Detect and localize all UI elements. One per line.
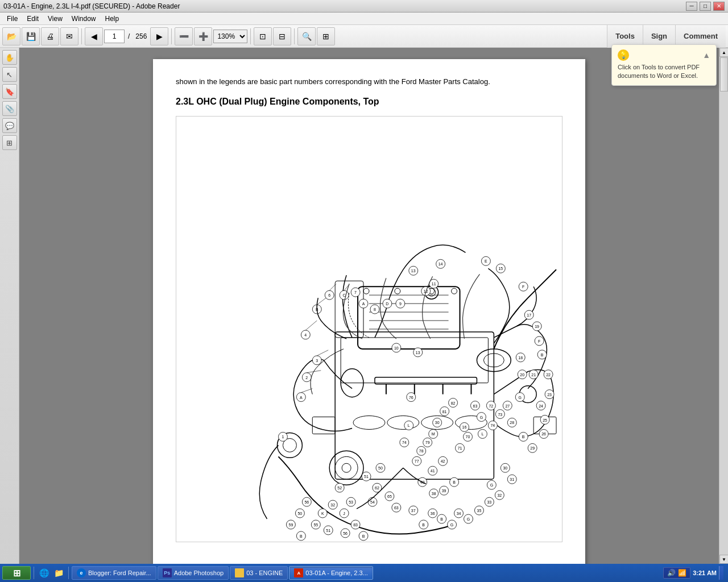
svg-text:F: F [522, 285, 524, 289]
taskbar-photoshop[interactable]: Ps Adobe Photoshop [158, 566, 229, 580]
svg-text:81: 81 [442, 409, 447, 413]
bookmark-tool[interactable]: 🔖 [2, 84, 17, 99]
svg-text:50: 50 [297, 512, 302, 516]
svg-text:19: 19 [535, 325, 539, 329]
show-desktop-button[interactable] [719, 566, 723, 580]
svg-text:30: 30 [503, 466, 507, 470]
svg-text:59: 59 [289, 522, 293, 526]
right-scrollbar[interactable]: ▲ ▼ [719, 48, 728, 564]
svg-text:26: 26 [541, 432, 546, 436]
layers-tool[interactable]: ⊞ [2, 135, 17, 150]
taskbar-ie-quick[interactable]: 🌐 [37, 566, 51, 580]
close-button[interactable]: ✕ [713, 2, 725, 11]
svg-text:20: 20 [520, 372, 524, 376]
start-button[interactable]: ⊞ [2, 566, 31, 580]
svg-text:74: 74 [490, 423, 495, 427]
svg-point-26 [363, 288, 369, 294]
taskbar-folder-quick[interactable]: 📁 [52, 566, 65, 580]
hand-tool[interactable]: ✋ [2, 50, 17, 65]
toolbar-separator-1 [81, 28, 82, 44]
menu-edit[interactable]: Edit [22, 13, 43, 24]
svg-text:6: 6 [328, 293, 330, 297]
svg-text:B: B [440, 517, 443, 521]
save-button[interactable]: 💾 [22, 27, 40, 45]
page-number-input[interactable]: 1 [104, 30, 125, 43]
zoom-select[interactable]: 130% 100% 75% 50% 150% [213, 30, 247, 43]
svg-text:35: 35 [477, 509, 482, 513]
next-page-button[interactable]: ▶ [150, 27, 168, 45]
svg-rect-2 [358, 286, 460, 349]
scroll-up-arrow[interactable]: ▲ [719, 48, 728, 57]
svg-text:33: 33 [487, 500, 491, 504]
svg-text:G: G [519, 395, 522, 399]
email-button[interactable]: ✉ [60, 27, 78, 45]
svg-point-16 [335, 456, 358, 479]
svg-text:54: 54 [370, 500, 375, 504]
pdf-diagram: A 2 3 4 [176, 116, 562, 542]
print-button[interactable]: 🖨 [41, 27, 59, 45]
svg-text:79: 79 [425, 440, 430, 444]
svg-text:7: 7 [354, 290, 357, 294]
svg-text:G: G [467, 517, 470, 521]
fit-page-button[interactable]: ⊡ [254, 27, 272, 45]
svg-text:8: 8 [374, 307, 376, 311]
taskbar-blogger[interactable]: e Blogger: Ford Repair... [72, 566, 156, 580]
window-title: 03-01A - Engine, 2.3L I-4.pdf (SECURED) … [3, 2, 180, 10]
zoom-in-button[interactable]: ➕ [194, 27, 212, 45]
svg-text:27: 27 [505, 404, 510, 408]
menu-view[interactable]: View [43, 13, 67, 24]
svg-text:9: 9 [399, 302, 402, 306]
taskbar-right: 🔊 📶 3:21 AM [663, 566, 726, 580]
svg-text:37: 37 [411, 509, 416, 513]
menu-help[interactable]: Help [101, 13, 124, 24]
scroll-thumb[interactable] [720, 57, 728, 92]
fit-width-button[interactable]: ⊟ [273, 27, 291, 45]
taskbar-separator [34, 567, 34, 579]
maximize-button[interactable]: □ [700, 2, 711, 11]
svg-line-242 [305, 321, 317, 330]
menu-file[interactable]: File [2, 13, 22, 24]
svg-text:52: 52 [337, 486, 342, 490]
svg-text:10: 10 [394, 346, 399, 350]
svg-text:70: 70 [466, 435, 470, 439]
svg-point-29 [452, 288, 457, 294]
select-button[interactable]: ⊞ [317, 27, 335, 45]
svg-text:17: 17 [527, 313, 531, 317]
svg-text:22: 22 [546, 372, 551, 376]
tooltip-popup: 💡 ▲ Click on Tools to convert PDF docume… [611, 44, 717, 86]
svg-text:23: 23 [547, 392, 552, 396]
system-tray: 🔊 📶 [663, 567, 690, 579]
svg-text:36: 36 [431, 512, 435, 516]
svg-text:41: 41 [431, 469, 435, 473]
svg-text:B: B [522, 435, 525, 439]
svg-text:71: 71 [458, 446, 462, 450]
clip-tool[interactable]: 📎 [2, 101, 17, 116]
toolbar-separator-2 [171, 28, 172, 44]
svg-text:32: 32 [330, 503, 335, 507]
taskbar-pdf[interactable]: A 03-01A - Engine, 2.3... [289, 566, 373, 580]
tooltip-close-button[interactable]: ▲ [702, 51, 710, 60]
svg-text:11: 11 [432, 282, 436, 286]
svg-text:3: 3 [316, 358, 318, 362]
svg-text:24: 24 [539, 404, 543, 408]
minimize-button[interactable]: ─ [686, 2, 697, 11]
svg-rect-1 [341, 337, 488, 383]
menu-window[interactable]: Window [67, 13, 101, 24]
svg-text:13: 13 [416, 350, 420, 354]
open-button[interactable]: 📂 [2, 27, 20, 45]
taskbar-time: 3:21 AM [693, 569, 717, 576]
svg-text:1: 1 [282, 435, 284, 439]
svg-text:L: L [481, 432, 483, 436]
pdf-area[interactable]: shown in the legends are basic part numb… [19, 48, 719, 564]
svg-line-239 [301, 388, 312, 392]
find-button[interactable]: 🔍 [297, 27, 316, 45]
comment-tool[interactable]: 💬 [2, 118, 17, 133]
taskbar-engine-folder[interactable]: 03 - ENGINE [230, 566, 288, 580]
zoom-out-button[interactable]: ➖ [175, 27, 193, 45]
page-total: 256 [133, 32, 149, 40]
svg-text:38: 38 [432, 492, 436, 496]
scroll-down-arrow[interactable]: ▼ [719, 555, 728, 564]
prev-page-button[interactable]: ◀ [85, 27, 103, 45]
select-tool[interactable]: ↖ [2, 67, 17, 82]
tooltip-text: Click on Tools to convert PDF documents … [618, 63, 710, 81]
